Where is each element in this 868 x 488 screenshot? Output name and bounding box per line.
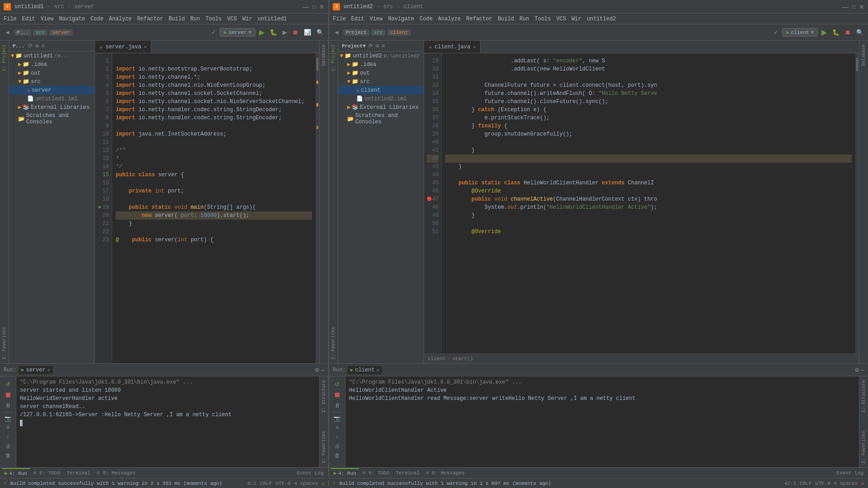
menu-tools[interactable]: Tools: [206, 16, 222, 22]
toolbar-back-btn[interactable]: ◄: [3, 28, 12, 37]
debug-btn[interactable]: 🐛: [268, 28, 279, 37]
profile-btn[interactable]: 📊: [302, 28, 313, 37]
r-run-client-tab-close[interactable]: ✕: [377, 367, 379, 373]
tree-item-src[interactable]: ▼ 📁 src: [9, 77, 94, 86]
menu-edit[interactable]: Edit: [22, 16, 35, 22]
r-tree-item-scratches[interactable]: 📂 Scratches and Consoles: [338, 112, 424, 126]
menu-analyze[interactable]: Analyze: [109, 16, 132, 22]
run-scroll-btn[interactable]: ↓: [5, 433, 10, 441]
server-tab-close[interactable]: ✕: [144, 44, 146, 50]
tree-item-untitled1[interactable]: ▼ 📁 untitled1 re...: [9, 52, 94, 60]
favorites-side-tab[interactable]: 2: Favorites: [321, 429, 327, 465]
favorites-tab[interactable]: 2: Favorites: [1, 325, 8, 361]
r-tree-item-client[interactable]: ☕ client: [338, 86, 424, 94]
right-tab-todo[interactable]: ≡ 6: TODO: [360, 469, 392, 477]
r-run-print-btn[interactable]: 🖨: [334, 442, 341, 450]
run-btn[interactable]: ▶: [257, 27, 266, 38]
r-toolbar-check-btn[interactable]: ✓: [772, 28, 780, 37]
r-menu-build[interactable]: Build: [498, 16, 514, 22]
right-tab-run[interactable]: ▶ 4: Run: [331, 468, 359, 478]
z-structure-tab[interactable]: Z: Structure: [321, 378, 327, 414]
left-close-btn[interactable]: ✕: [319, 3, 325, 10]
r-run-trash-btn[interactable]: 🗑: [334, 451, 341, 460]
run-stop-btn[interactable]: ⏹: [4, 390, 13, 400]
r-tree-item-idea[interactable]: ▶ 📁 .idea: [338, 60, 424, 69]
right-scroll-bar[interactable]: [855, 53, 859, 353]
stop-btn[interactable]: ⏹: [291, 28, 300, 37]
left-tab-run[interactable]: ▶ 4: Run: [2, 468, 30, 478]
tree-refresh-icon[interactable]: ⟳: [28, 42, 33, 49]
run-minimize-btn[interactable]: —: [321, 366, 325, 374]
run-filter-btn[interactable]: ≡: [5, 424, 10, 432]
right-minimize-btn[interactable]: —: [842, 3, 849, 10]
rerun-btn[interactable]: ↺: [5, 378, 11, 389]
tree-more-icon[interactable]: ≡: [42, 43, 45, 49]
r-run-scroll-btn[interactable]: ↓: [335, 433, 340, 441]
right-code-lines[interactable]: .addLast( s: "encoder", new S .addLast(n…: [442, 53, 855, 353]
left-scroll-bar[interactable]: [316, 53, 319, 363]
r-tree-item-ext-libs[interactable]: ▶ 📚 External Libraries: [338, 103, 424, 112]
left-maximize-btn[interactable]: □: [312, 3, 316, 10]
run-settings-btn[interactable]: ⚙: [315, 366, 319, 374]
r-tree-settings-icon[interactable]: ⚙: [376, 42, 379, 49]
run-server-tab[interactable]: ▶ server ✕: [19, 366, 53, 374]
search-btn[interactable]: 🔍: [315, 28, 326, 37]
r-run-config-dropdown[interactable]: ▶ client ▼: [782, 28, 818, 37]
r-menu-refactor[interactable]: Refactor: [466, 16, 492, 22]
r-tree-item-out[interactable]: ▶ 📁 out: [338, 69, 424, 77]
r-run-camera-btn[interactable]: 📷: [333, 414, 341, 423]
r-run-settings-btn[interactable]: ⚙: [855, 366, 859, 374]
r-menu-vcs[interactable]: VCS: [557, 16, 566, 22]
r-tree-item-src[interactable]: ▼ 📁 src: [338, 77, 424, 86]
r-run-stop-btn[interactable]: ⏹: [333, 390, 342, 400]
menu-navigate[interactable]: Navigate: [59, 16, 85, 22]
menu-build[interactable]: Build: [169, 16, 185, 22]
tree-item-ext-libs[interactable]: ▶ 📚 External Libraries: [9, 103, 94, 112]
tree-item-server[interactable]: ☕ server: [9, 86, 94, 94]
menu-run[interactable]: Run: [190, 16, 200, 22]
menu-wir[interactable]: Wir: [242, 16, 252, 22]
r-run-minimize-btn[interactable]: —: [861, 366, 864, 374]
server-tab[interactable]: ☕ server.java ✕: [95, 41, 151, 53]
menu-view[interactable]: View: [41, 16, 54, 22]
tree-settings-icon[interactable]: ⚙: [35, 42, 38, 49]
r-menu-wir[interactable]: Wir: [571, 16, 581, 22]
project-tab[interactable]: 1: Project: [1, 42, 8, 73]
menu-refactor[interactable]: Refactor: [137, 16, 163, 22]
coverage-btn[interactable]: ▶: [281, 28, 289, 37]
r-menu-tools[interactable]: Tools: [535, 16, 551, 22]
r-tree-item-untitled2[interactable]: ▼ 📁 untitled2 D:\untitled2: [338, 52, 424, 60]
left-minimize-btn[interactable]: —: [302, 3, 309, 10]
r-debug-btn[interactable]: 🐛: [830, 28, 841, 37]
run-config-dropdown[interactable]: ▶ server ▼: [220, 28, 255, 37]
left-tab-messages[interactable]: ≡ 0: Messages: [94, 469, 138, 477]
left-code-lines[interactable]: import io.netty.bootstrap.ServerBootstra…: [112, 53, 316, 363]
run-pause-btn[interactable]: ⏸: [4, 401, 12, 410]
r-project-tab[interactable]: 1: Project: [330, 42, 337, 73]
r-tree-more-icon[interactable]: ≡: [382, 43, 385, 49]
r-run-filter-btn[interactable]: ≡: [335, 424, 340, 432]
r-menu-view[interactable]: View: [370, 16, 383, 22]
client-tab[interactable]: ☕ client.java ✕: [424, 41, 481, 53]
r-z-structure-tab[interactable]: Z: Structure: [860, 378, 867, 414]
menu-code[interactable]: Code: [90, 16, 104, 22]
run-trash-btn[interactable]: 🗑: [5, 451, 12, 460]
r-menu-code[interactable]: Code: [420, 16, 433, 22]
r-run-btn[interactable]: ▶: [820, 27, 829, 38]
tree-item-scratches[interactable]: 📂 Scratches and Consoles: [9, 112, 94, 126]
r-database-tab[interactable]: Database: [860, 42, 867, 68]
r-favorites-tab[interactable]: 2: Favorites: [330, 325, 337, 361]
r-tree-item-iml[interactable]: 📄 untitled2.iml: [338, 94, 424, 103]
r-run-pause-btn[interactable]: ⏸: [333, 401, 341, 410]
r-stop-btn[interactable]: ⏹: [843, 28, 853, 37]
menu-file[interactable]: File: [4, 16, 17, 22]
r-search-btn[interactable]: 🔍: [854, 28, 865, 37]
r-tree-refresh-icon[interactable]: ⟳: [368, 42, 373, 49]
r-favorites-side-tab[interactable]: 2: Favorites: [860, 429, 867, 465]
left-tab-todo[interactable]: ≡ 6: TODO: [31, 469, 63, 477]
r-toolbar-back-btn[interactable]: ◄: [332, 28, 341, 37]
r-menu-analyze[interactable]: Analyze: [438, 16, 461, 22]
toolbar-check-btn[interactable]: ✓: [209, 28, 218, 37]
left-tab-event-log[interactable]: Event Log: [294, 469, 326, 477]
r-menu-edit[interactable]: Edit: [351, 16, 364, 22]
